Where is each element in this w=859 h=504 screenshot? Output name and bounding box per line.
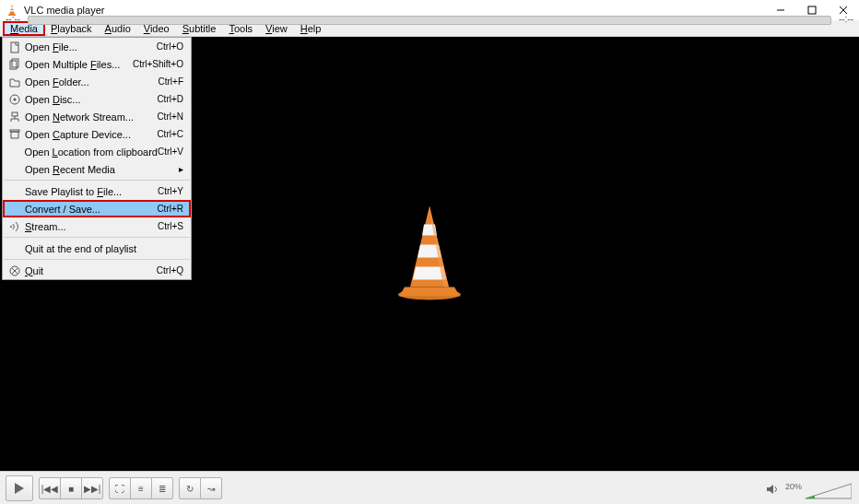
menu-item-save-playlist-to-file[interactable]: Save Playlist to File...Ctrl+Y (3, 182, 191, 200)
menu-item-quit[interactable]: QuitCtrl+Q (3, 262, 191, 279)
menu-item-label: Quit at the end of playlist (23, 243, 183, 254)
menu-item-shortcut: Ctrl+C (157, 129, 191, 139)
controls-bar: |◀◀ ■ ▶▶| ⛶ ≡ ≣ ↻ ↝ 20% (0, 471, 859, 504)
file-icon (6, 41, 23, 53)
svg-rect-2 (10, 10, 14, 12)
svg-rect-8 (11, 42, 18, 53)
menu-item-label: Convert / Save... (23, 204, 157, 215)
menu-item-convert-save[interactable]: Convert / Save...Ctrl+R (3, 200, 191, 217)
menu-item-shortcut: ▸ (179, 164, 191, 174)
svg-rect-13 (12, 112, 18, 116)
menu-item-label: Save Playlist to File... (23, 186, 158, 197)
menu-item-label: Open Network Stream... (23, 111, 157, 123)
volume-slider[interactable] (806, 482, 852, 500)
menu-item-label: Open File... (23, 41, 157, 53)
capture-icon (6, 128, 23, 141)
folder-icon (6, 76, 23, 88)
menu-item-label: Open Disc... (23, 94, 157, 105)
previous-button[interactable]: |◀◀ (39, 477, 61, 499)
svg-rect-5 (808, 6, 816, 14)
menu-item-label: Open Location from clipboard (23, 147, 158, 158)
svg-rect-9 (10, 61, 17, 69)
media-menu-dropdown: Open File...Ctrl+OOpen Multiple Files...… (2, 37, 192, 280)
menu-separator (4, 180, 190, 181)
playlist-button[interactable]: ≣ (151, 477, 173, 499)
fullscreen-button[interactable]: ⛶ (109, 477, 131, 499)
menu-item-shortcut: Ctrl+Q (157, 265, 191, 275)
menu-item-open-location-from-clipboard[interactable]: Open Location from clipboardCtrl+V (3, 143, 191, 160)
menu-item-label: Stream... (23, 221, 158, 232)
svg-rect-19 (10, 130, 19, 132)
stop-button[interactable]: ■ (60, 477, 82, 499)
menu-item-open-disc[interactable]: Open Disc...Ctrl+D (3, 90, 191, 108)
menu-item-shortcut: Ctrl+O (157, 41, 191, 52)
menu-item-label: Quit (23, 265, 157, 276)
mute-button[interactable] (765, 482, 782, 498)
menu-item-shortcut: Ctrl+N (157, 111, 191, 122)
time-total: --:-- (839, 14, 853, 24)
svg-point-12 (14, 98, 17, 100)
menu-separator (4, 237, 190, 238)
menu-item-shortcut: Ctrl+R (157, 204, 191, 214)
menu-item-shortcut: Ctrl+F (159, 76, 192, 87)
svg-marker-26 (767, 485, 773, 494)
menu-item-quit-at-the-end-of-playlist[interactable]: Quit at the end of playlist (3, 240, 191, 257)
window-title: VLC media player (24, 5, 104, 16)
next-button[interactable]: ▶▶| (81, 477, 103, 499)
menu-item-stream[interactable]: Stream...Ctrl+S (3, 217, 191, 235)
menu-item-label: Open Folder... (23, 76, 159, 88)
svg-marker-25 (15, 483, 24, 494)
menu-separator (4, 259, 190, 260)
menu-item-open-recent-media[interactable]: Open Recent Media▸ (3, 160, 191, 178)
menu-item-shortcut: Ctrl+V (158, 147, 191, 157)
menu-item-open-multiple-files[interactable]: Open Multiple Files...Ctrl+Shift+O (3, 55, 191, 73)
volume-percent: 20% (785, 482, 802, 491)
loop-button[interactable]: ↻ (179, 477, 201, 499)
menu-item-open-file[interactable]: Open File...Ctrl+O (3, 38, 191, 55)
menu-item-label: Open Capture Device... (23, 129, 157, 140)
network-icon (6, 111, 23, 123)
svg-marker-27 (806, 484, 852, 498)
svg-rect-1 (11, 7, 14, 9)
menu-item-open-capture-device[interactable]: Open Capture Device...Ctrl+C (3, 125, 191, 143)
svg-rect-10 (12, 59, 18, 67)
seek-bar[interactable] (28, 16, 831, 25)
menu-item-open-folder[interactable]: Open Folder...Ctrl+F (3, 73, 191, 90)
svg-rect-18 (11, 132, 18, 138)
quit-icon (6, 264, 23, 277)
play-button[interactable] (6, 475, 33, 501)
random-button[interactable]: ↝ (200, 477, 222, 499)
menu-item-label: Open Multiple Files... (23, 59, 133, 70)
menu-item-shortcut: Ctrl+Shift+O (133, 59, 191, 69)
menu-item-open-network-stream[interactable]: Open Network Stream...Ctrl+N (3, 108, 191, 125)
svg-point-20 (10, 226, 12, 228)
disc-icon (6, 93, 23, 106)
menu-item-shortcut: Ctrl+D (157, 94, 191, 104)
stream-icon (6, 220, 23, 233)
files-icon (6, 58, 23, 71)
menu-item-shortcut: Ctrl+S (158, 221, 191, 231)
time-elapsed: --:-- (6, 14, 20, 24)
vlc-cone-icon (388, 204, 471, 304)
menu-item-shortcut: Ctrl+Y (158, 186, 191, 196)
menu-item-label: Open Recent Media (23, 164, 179, 175)
video-area: Open File...Ctrl+OOpen Multiple Files...… (0, 37, 859, 471)
extended-settings-button[interactable]: ≡ (130, 477, 152, 499)
